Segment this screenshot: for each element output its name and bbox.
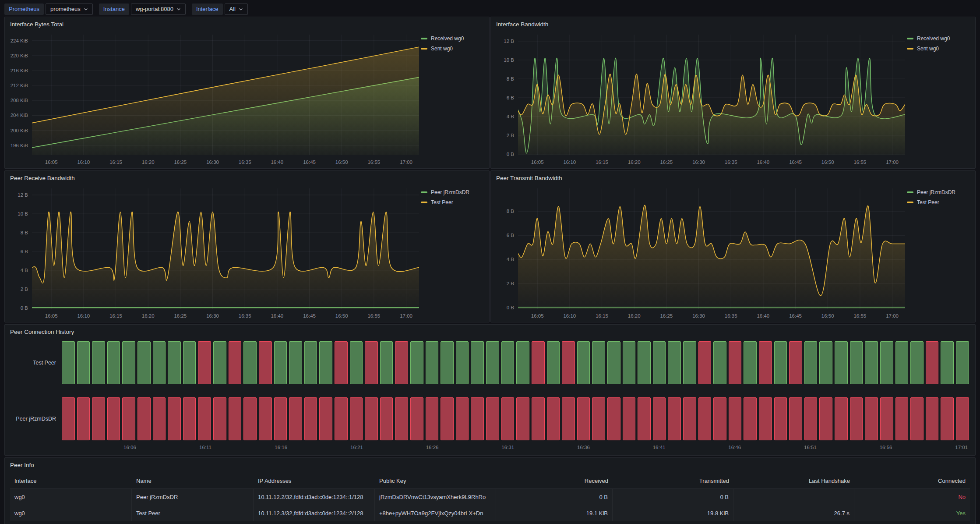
var-select-instance-value: wg-portal:8080 <box>136 6 173 12</box>
status-bar-connected <box>501 341 515 384</box>
status-bar-connected <box>547 341 560 384</box>
timeseries-plot[interactable]: 196 KiB200 KiB204 KiB208 KiB212 KiB216 K… <box>32 35 419 155</box>
panel-title[interactable]: Peer Connection History <box>5 325 975 337</box>
status-bar-disconnected <box>835 397 848 440</box>
status-bar-disconnected <box>229 341 242 384</box>
var-label-instance: Instance <box>99 4 129 15</box>
y-axis-label: 6 B <box>507 95 514 100</box>
status-bar-connected <box>426 341 439 384</box>
var-select-instance[interactable]: wg-portal:8080 <box>131 4 186 15</box>
x-axis-label: 17:00 <box>400 313 412 319</box>
chevron-down-icon <box>176 7 181 11</box>
x-axis-label: 17:00 <box>400 159 412 165</box>
column-header[interactable]: Connected <box>854 473 970 489</box>
var-select-interface[interactable]: All <box>225 4 248 15</box>
status-bar-connected <box>713 341 726 384</box>
y-axis-label: 8 B <box>507 76 514 81</box>
status-bars <box>62 397 969 440</box>
status-x-axis: 16:0616:1116:1616:2116:2616:3116:3616:41… <box>62 445 969 452</box>
status-bar-disconnected <box>698 341 712 384</box>
status-bar-disconnected <box>92 397 105 440</box>
legend-item[interactable]: Received wg0 <box>421 35 486 42</box>
panel-title[interactable]: Peer Info <box>5 458 975 470</box>
series-color-icon <box>907 202 913 203</box>
status-bar-disconnected <box>759 397 772 440</box>
timeseries-plot[interactable]: 0 B2 B4 B6 B8 B16:0516:1016:1516:2016:25… <box>518 188 905 309</box>
status-bar-disconnected <box>926 341 939 384</box>
status-bar-connected <box>683 341 696 384</box>
x-axis-label: 16:10 <box>77 313 90 319</box>
status-bar-connected <box>304 341 317 384</box>
status-bar-disconnected <box>471 397 484 440</box>
panel-title[interactable]: Interface Bandwidth <box>491 17 975 29</box>
status-bar-connected <box>122 341 135 384</box>
timeseries-plot[interactable]: 0 B2 B4 B6 B8 B10 B12 B16:0516:1016:1516… <box>518 35 905 155</box>
table-header-row: InterfaceNameIP AddressesPublic KeyRecei… <box>10 473 970 489</box>
x-axis-label: 16:20 <box>628 159 641 165</box>
var-select-prometheus[interactable]: prometheus <box>46 4 93 15</box>
x-axis-label: 16:30 <box>206 313 219 319</box>
legend-item[interactable]: Sent wg0 <box>907 46 972 52</box>
panel-title[interactable]: Interface Bytes Total <box>5 17 489 29</box>
timeseries-body: 0 B2 B4 B6 B8 B10 B12 B16:0516:1016:1516… <box>491 29 975 168</box>
legend-item[interactable]: Peer jRzmDsDR <box>907 189 972 195</box>
timeseries-plot[interactable]: 0 B2 B4 B6 B8 B10 B12 B16:0516:1016:1516… <box>32 188 419 309</box>
status-bar-connected <box>895 341 909 384</box>
x-axis-label: 16:35 <box>725 313 737 319</box>
status-bar-disconnected <box>956 397 969 440</box>
status-bar-connected <box>243 341 257 384</box>
x-axis-label: 16:45 <box>789 159 802 165</box>
table-cell: wg0 <box>10 505 132 521</box>
status-bar-connected <box>850 341 863 384</box>
y-axis-label: 0 B <box>507 152 514 157</box>
legend-item[interactable]: Received wg0 <box>907 35 972 42</box>
table-cell: 19.1 KiB <box>496 505 613 521</box>
table-cell <box>733 489 854 505</box>
y-axis-label: 8 B <box>507 209 514 214</box>
y-axis-label: 0 B <box>21 305 28 311</box>
status-bar-disconnected <box>77 397 90 440</box>
y-axis-label: 212 KiB <box>11 83 28 88</box>
var-label-prometheus: Prometheus <box>4 4 44 15</box>
column-header[interactable]: Received <box>496 473 613 489</box>
panel-title[interactable]: Peer Transmit Bandwidth <box>491 171 975 183</box>
status-bar-disconnected <box>456 397 469 440</box>
series-color-icon <box>907 38 913 39</box>
panel-title[interactable]: Peer Receive Bandwidth <box>5 171 489 183</box>
status-bar-connected <box>410 341 423 384</box>
series-color-icon <box>421 202 427 203</box>
x-axis-label: 16:15 <box>109 159 122 165</box>
column-header[interactable]: Interface <box>10 473 132 489</box>
status-bar-disconnected <box>122 397 135 440</box>
legend-item[interactable]: Test Peer <box>421 199 486 205</box>
status-bar-disconnected <box>426 397 439 440</box>
legend-series-label: Sent wg0 <box>917 46 939 52</box>
x-axis-label: 16:31 <box>501 445 514 450</box>
table-cell: 0 B <box>496 489 613 505</box>
x-axis-label: 16:45 <box>303 313 316 319</box>
x-axis-label: 16:30 <box>206 159 219 165</box>
status-bar-connected <box>774 341 787 384</box>
status-bar-connected <box>107 341 120 384</box>
status-bar-disconnected <box>562 397 575 440</box>
table-row: wg0Peer jRzmDsDR10.11.12.2/32,fdfd:d3ad:… <box>10 489 970 505</box>
legend: Peer jRzmDsDRTest Peer <box>421 189 486 209</box>
column-header[interactable]: Transmitted <box>613 473 733 489</box>
column-header[interactable]: IP Addresses <box>254 473 375 489</box>
y-axis-label: 10 B <box>18 211 28 216</box>
column-header[interactable]: Name <box>132 473 254 489</box>
status-row: Test Peer <box>5 341 969 384</box>
column-header[interactable]: Public Key <box>375 473 496 489</box>
series-color-icon <box>907 48 913 50</box>
legend-item[interactable]: Sent wg0 <box>421 46 486 52</box>
status-bar-disconnected <box>153 397 166 440</box>
status-history-plot[interactable]: Test PeerPeer jRzmDsDR16:0616:1116:1616:… <box>5 338 969 455</box>
column-header[interactable]: Last Handshake <box>733 473 854 489</box>
legend-item[interactable]: Test Peer <box>907 199 972 205</box>
status-bar-disconnected <box>850 397 863 440</box>
status-row-label: Test Peer <box>5 341 62 384</box>
legend-item[interactable]: Peer jRzmDsDR <box>421 189 486 195</box>
status-bar-disconnected <box>259 341 272 384</box>
status-bar-connected <box>289 341 302 384</box>
table-cell: +8he+pyWH7Oa9g2FVjIxQzy04brLX+Dn <box>375 505 496 521</box>
